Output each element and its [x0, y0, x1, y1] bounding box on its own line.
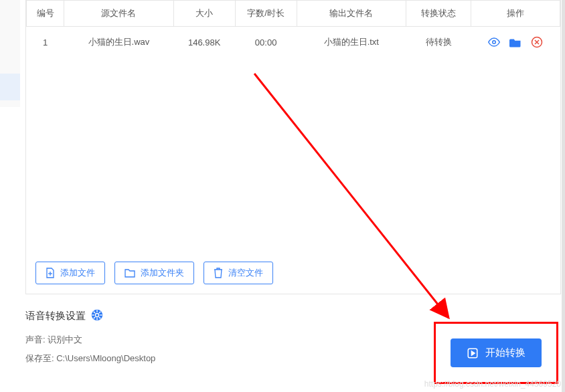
start-button-highlight: 开始转换: [434, 322, 558, 384]
col-status: 转换状态: [406, 1, 471, 27]
cell-actions: [471, 27, 560, 58]
eye-icon[interactable]: [488, 36, 500, 48]
start-button-label: 开始转换: [485, 347, 526, 359]
left-nav: [0, 0, 20, 107]
save-path: C:\Users\Mloong\Desktop: [56, 353, 155, 363]
nav-active-item[interactable]: [0, 74, 20, 100]
clear-files-button[interactable]: 清空文件: [204, 262, 273, 284]
settings-title: 语音转换设置: [25, 309, 561, 323]
add-folder-button[interactable]: 添加文件夹: [114, 262, 194, 284]
col-actions: 操作: [471, 1, 560, 27]
settings-title-text: 语音转换设置: [25, 310, 86, 322]
delete-icon[interactable]: [531, 36, 543, 48]
save-label: 保存至: [25, 353, 52, 363]
col-size: 大小: [173, 1, 235, 27]
folder-plus-icon: [125, 268, 135, 278]
col-duration: 字数/时长: [235, 1, 297, 27]
svg-point-0: [493, 41, 496, 44]
voice-label: 声音: [25, 334, 43, 345]
folder-icon[interactable]: [509, 37, 521, 47]
cell-source: 小猫的生日.wav: [64, 27, 173, 58]
col-output: 输出文件名: [297, 1, 406, 27]
play-icon: [467, 347, 479, 359]
trash-icon: [214, 268, 223, 278]
right-border: [562, 0, 565, 392]
add-folder-label: 添加文件夹: [141, 267, 184, 279]
table-header-row: 编号 源文件名 大小 字数/时长 输出文件名 转换状态 操作: [27, 1, 560, 27]
file-plus-icon: [46, 268, 55, 278]
watermark: https://blog.csdn.net/weixin_44569520: [424, 379, 561, 389]
table-empty-space: [25, 58, 561, 255]
gear-icon[interactable]: [91, 309, 103, 323]
start-convert-button[interactable]: 开始转换: [451, 338, 542, 367]
toolbar: 添加文件 添加文件夹 清空文件: [25, 255, 561, 294]
cell-size: 146.98K: [173, 27, 235, 58]
clear-files-label: 清空文件: [228, 267, 263, 279]
add-file-label: 添加文件: [60, 267, 95, 279]
col-index: 编号: [27, 1, 64, 27]
file-table: 编号 源文件名 大小 字数/时长 输出文件名 转换状态 操作 1 小猫的生日.w…: [25, 0, 561, 58]
cell-output: 小猫的生日.txt: [297, 27, 406, 58]
table-row: 1 小猫的生日.wav 146.98K 00:00 小猫的生日.txt 待转换: [27, 27, 560, 58]
voice-value: 识别中文: [48, 334, 82, 345]
col-source: 源文件名: [64, 1, 173, 27]
add-file-button[interactable]: 添加文件: [35, 262, 105, 284]
cell-duration: 00:00: [235, 27, 297, 58]
cell-status: 待转换: [406, 27, 471, 58]
cell-index: 1: [27, 27, 64, 58]
